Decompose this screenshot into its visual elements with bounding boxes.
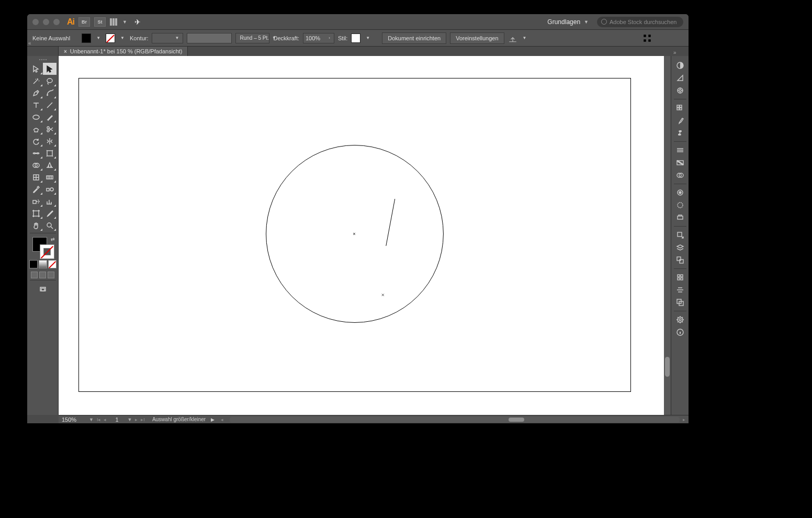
stroke-swatch[interactable] <box>106 33 115 43</box>
width-profile-field[interactable] <box>187 33 232 43</box>
workspace-switcher[interactable]: Grundlagen ▼ <box>544 17 592 27</box>
appearance-panel-icon[interactable] <box>671 199 689 211</box>
color-mode-solid[interactable] <box>29 260 38 268</box>
artboard-tool[interactable] <box>29 207 43 219</box>
properties-panel-icon[interactable] <box>671 313 689 326</box>
stock-button[interactable]: St <box>94 17 106 27</box>
artboards-panel-icon[interactable] <box>671 254 689 266</box>
path-circle[interactable] <box>266 145 444 323</box>
scroll-right-icon[interactable]: ▸ <box>683 417 685 422</box>
stroke-color-swatch[interactable] <box>40 244 54 259</box>
selection-tool[interactable] <box>29 63 43 75</box>
play-icon[interactable]: ▶ <box>211 417 215 422</box>
anchor-point-2[interactable] <box>382 294 384 296</box>
scrollbar-thumb[interactable] <box>509 418 524 422</box>
color-guide-panel-icon[interactable] <box>671 72 689 84</box>
export-panel-icon[interactable] <box>671 229 689 241</box>
zoom-level-field[interactable]: 150% <box>62 416 86 423</box>
mesh-tool[interactable] <box>29 171 43 183</box>
graphic-style-swatch[interactable] <box>351 33 360 43</box>
path-line[interactable] <box>386 199 395 246</box>
pathfinder-panel-icon[interactable] <box>671 296 689 309</box>
draw-normal-mode[interactable] <box>31 272 38 278</box>
draw-behind-mode[interactable] <box>39 272 46 278</box>
horizontal-scrollbar[interactable] <box>230 417 680 422</box>
artboard-index-field[interactable]: 1 <box>109 416 124 423</box>
arrange-documents-button[interactable] <box>110 18 117 26</box>
paintbrush-tool[interactable] <box>43 111 57 123</box>
hand-tool[interactable] <box>29 219 43 231</box>
first-artboard-button[interactable]: I◂ <box>97 417 101 422</box>
pen-tool[interactable] <box>29 87 43 99</box>
transform-panel-icon[interactable] <box>671 271 689 284</box>
brushes-panel-icon[interactable] <box>671 114 689 127</box>
anchor-point-1[interactable] <box>353 233 355 235</box>
next-artboard-button[interactable]: ▸ <box>135 417 138 422</box>
stroke-weight-field[interactable]: ▼ <box>152 33 183 43</box>
align-to-button[interactable] <box>508 33 517 43</box>
ellipse-tool[interactable] <box>29 111 43 123</box>
lasso-tool[interactable] <box>43 75 57 87</box>
swatches-panel-icon[interactable] <box>671 102 689 114</box>
zoom-tool[interactable] <box>43 219 57 231</box>
symbols-panel-icon[interactable] <box>671 127 689 139</box>
free-transform-tool[interactable] <box>43 147 57 159</box>
symbol-sprayer-tool[interactable] <box>29 195 43 207</box>
last-artboard-button[interactable]: ▸I <box>141 417 145 422</box>
vertical-scrollbar[interactable] <box>664 56 671 415</box>
bridge-button[interactable]: Br <box>78 17 90 27</box>
column-graph-tool[interactable] <box>43 195 57 207</box>
libraries-panel-icon[interactable] <box>671 186 689 199</box>
panel-grip-icon[interactable] <box>35 59 51 61</box>
width-tool[interactable] <box>29 147 43 159</box>
recolor-panel-icon[interactable] <box>671 84 689 97</box>
direct-selection-tool[interactable] <box>43 63 57 75</box>
chevron-down-icon[interactable]: ▼ <box>364 36 371 40</box>
color-mode-none[interactable] <box>48 260 57 268</box>
artboard[interactable] <box>78 78 631 392</box>
minimize-window-button[interactable] <box>43 19 49 25</box>
shaper-tool[interactable] <box>29 123 43 135</box>
color-panel-icon[interactable] <box>671 59 689 72</box>
eyedropper-tool[interactable] <box>29 183 43 195</box>
scrollbar-thumb[interactable] <box>665 357 670 377</box>
preferences-button[interactable]: Voreinstellungen <box>450 32 504 44</box>
document-setup-button[interactable]: Dokument einrichten <box>382 32 446 44</box>
chevron-down-icon[interactable]: ▼ <box>95 36 102 40</box>
info-panel-icon[interactable] <box>671 326 689 339</box>
gpu-preview-icon[interactable]: ✈ <box>134 18 141 26</box>
panel-menu-icon[interactable] <box>674 33 683 43</box>
magic-wand-tool[interactable] <box>29 75 43 87</box>
rotate-tool[interactable] <box>29 135 43 147</box>
align-panel-icon[interactable] <box>658 33 668 43</box>
slice-tool[interactable] <box>43 207 57 219</box>
zoom-window-button[interactable] <box>53 19 60 25</box>
opacity-field[interactable]: › <box>303 33 334 43</box>
document-tab[interactable]: × Unbenannt-1* bei 150 % (RGB/Pfadansich… <box>59 47 188 56</box>
scroll-left-icon[interactable]: ◂ <box>221 417 223 422</box>
prev-artboard-button[interactable]: ◂ <box>104 417 106 422</box>
color-mode-gradient[interactable] <box>39 260 47 268</box>
stock-search-input[interactable]: Adobe Stock durchsuchen <box>597 17 683 27</box>
screen-mode-button[interactable] <box>36 283 50 295</box>
transform-panel-icon[interactable] <box>642 33 652 43</box>
stroke-panel-icon[interactable] <box>671 144 689 156</box>
close-window-button[interactable] <box>32 19 39 25</box>
canvas[interactable] <box>59 56 671 415</box>
swap-fill-stroke-icon[interactable]: ⇄ <box>51 237 55 242</box>
perspective-grid-tool[interactable] <box>43 159 57 171</box>
blend-tool[interactable] <box>43 183 57 195</box>
close-tab-icon[interactable]: × <box>64 49 67 54</box>
gradient-panel-icon[interactable] <box>671 156 689 169</box>
transparency-panel-icon[interactable] <box>671 169 689 182</box>
chevron-down-icon[interactable]: ▼ <box>119 36 126 40</box>
reflect-tool[interactable] <box>43 135 57 147</box>
chevron-down-icon[interactable]: ▼ <box>127 417 132 422</box>
scissors-tool[interactable] <box>43 123 57 135</box>
chevron-down-icon[interactable]: ▼ <box>89 417 94 422</box>
line-segment-tool[interactable] <box>43 99 57 111</box>
fill-stroke-control[interactable]: ⇄ <box>31 237 54 258</box>
gradient-tool[interactable] <box>43 171 57 183</box>
chevron-down-icon[interactable]: ▼ <box>521 36 528 40</box>
brush-definition-field[interactable]: Rund – 5 Pt. ▼ <box>235 33 269 43</box>
